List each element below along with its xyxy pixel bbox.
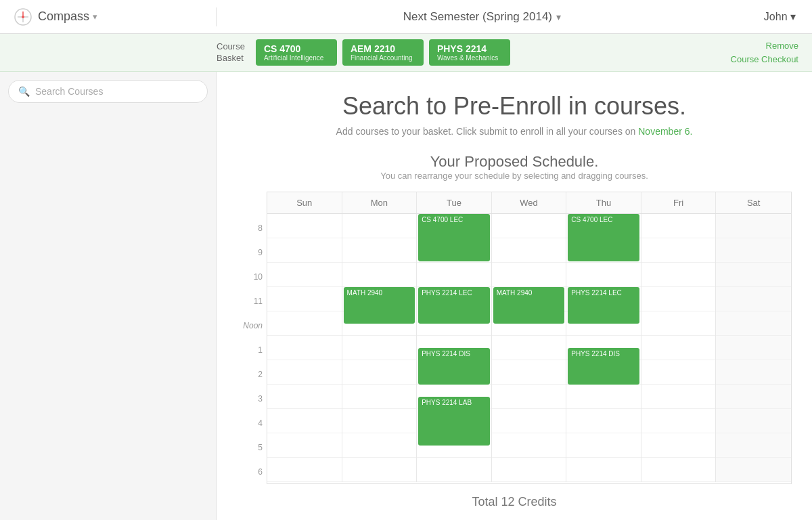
hero-subtitle: Add courses to your basket. Click submit… xyxy=(230,126,798,137)
calendar-header: Sun Mon Tue Wed Thu Fri Sat xyxy=(267,192,791,214)
col-thu: Thu xyxy=(566,192,641,213)
basket-course-aem2210[interactable]: AEM 2210 Financial Accounting xyxy=(342,39,424,66)
brand-area: Compass ▾ xyxy=(0,7,217,26)
hero-date: November 6. xyxy=(638,126,692,137)
basket-bar: CourseBasket CS 4700 Artificial Intellig… xyxy=(0,34,812,72)
course-phys2214-lec-thu[interactable]: PHYS 2214 LEC xyxy=(568,287,639,324)
time-11: 11 xyxy=(237,289,267,313)
calendar-wrapper: 8 9 10 11 Noon 1 2 3 4 5 6 Sun Mon Tue W… xyxy=(237,192,792,484)
schedule-hint: You can rearrange your schedule by selec… xyxy=(230,171,798,181)
basket-course-phys2214[interactable]: PHYS 2214 Waves & Mechanics xyxy=(429,39,510,66)
col-mon: Mon xyxy=(342,192,418,213)
user-name: John xyxy=(764,11,788,22)
search-box[interactable]: 🔍 Search Courses xyxy=(8,80,208,103)
search-placeholder: Search Courses xyxy=(35,86,103,97)
user-menu[interactable]: John ▾ xyxy=(748,10,812,23)
day-thu: CS 4700 LEC PHYS 2214 LEC PHYS 2214 DIS xyxy=(566,214,641,482)
course-code: CS 4700 xyxy=(264,43,329,54)
hero-title: Search to Pre-Enroll in courses. xyxy=(230,92,798,121)
total-credits: Total 12 Credits xyxy=(230,495,798,509)
col-sat: Sat xyxy=(716,192,791,213)
hero-section: Search to Pre-Enroll in courses. Add cou… xyxy=(230,92,798,137)
course-cs4700-lec-thu[interactable]: CS 4700 LEC xyxy=(568,214,639,261)
course-math2940-mon[interactable]: MATH 2940 xyxy=(344,287,415,324)
time-3: 3 xyxy=(237,387,267,411)
time-10: 10 xyxy=(237,265,267,289)
course-math2940-wed[interactable]: MATH 2940 xyxy=(493,287,565,324)
brand-chevron: ▾ xyxy=(93,12,97,22)
time-2: 2 xyxy=(237,362,267,387)
top-nav: Compass ▾ Next Semester (Spring 2014) ▾ … xyxy=(0,0,812,34)
course-phys2214-dis-tue[interactable]: PHYS 2214 DIS xyxy=(418,348,490,385)
checkout-label: Course Checkout xyxy=(731,54,798,64)
time-1: 1 xyxy=(237,338,267,362)
schedule-section: Your Proposed Schedule. You can rearrang… xyxy=(230,153,798,181)
main-content: 🔍 Search Courses Search to Pre-Enroll in… xyxy=(0,72,812,520)
time-noon: Noon xyxy=(237,313,267,338)
semester-label: Next Semester (Spring 2014) xyxy=(403,10,552,24)
course-sub: Waves & Mechanics xyxy=(437,54,502,62)
col-sun: Sun xyxy=(267,192,342,213)
semester-selector[interactable]: Next Semester (Spring 2014) ▾ xyxy=(217,10,748,24)
basket-courses: CS 4700 Artificial Intelligence AEM 2210… xyxy=(256,34,717,71)
time-9: 9 xyxy=(237,240,267,265)
course-sub: Artificial Intelligence xyxy=(264,54,329,62)
sidebar: 🔍 Search Courses xyxy=(0,72,217,520)
hero-subtitle-text: Add courses to your basket. Click submit… xyxy=(336,126,639,137)
time-6: 6 xyxy=(237,460,267,484)
schedule-area: Search to Pre-Enroll in courses. Add cou… xyxy=(217,72,812,520)
course-code: PHYS 2214 xyxy=(437,43,502,54)
schedule-title: Your Proposed Schedule. xyxy=(230,153,798,171)
basket-course-cs4700[interactable]: CS 4700 Artificial Intelligence xyxy=(256,39,337,66)
time-5: 5 xyxy=(237,435,267,460)
compass-icon xyxy=(14,7,32,26)
col-wed: Wed xyxy=(492,192,567,213)
col-tue: Tue xyxy=(417,192,492,213)
course-phys2214-lec-tue[interactable]: PHYS 2214 LEC xyxy=(418,287,490,324)
calendar-body: MATH 2940 CS 4700 LEC PHYS 2214 LEC xyxy=(267,214,791,482)
svg-point-1 xyxy=(22,16,24,18)
time-8: 8 xyxy=(237,216,267,240)
day-wed: MATH 2940 xyxy=(492,214,567,482)
day-sun xyxy=(267,214,342,482)
calendar-grid: Sun Mon Tue Wed Thu Fri Sat xyxy=(267,192,792,484)
day-tue: CS 4700 LEC PHYS 2214 LEC PHYS 2214 DIS … xyxy=(417,214,492,482)
semester-chevron: ▾ xyxy=(556,12,561,22)
course-cs4700-lec-tue[interactable]: CS 4700 LEC xyxy=(418,214,490,261)
course-phys2214-lab-tue[interactable]: PHYS 2214 LAB xyxy=(418,397,490,446)
col-fri: Fri xyxy=(641,192,717,213)
course-code: AEM 2210 xyxy=(351,43,415,54)
course-sub: Financial Accounting xyxy=(351,54,415,62)
day-sat xyxy=(716,214,791,482)
time-4: 4 xyxy=(237,411,267,435)
remove-checkout-button[interactable]: Remove Course Checkout xyxy=(731,39,798,66)
search-icon: 🔍 xyxy=(18,86,30,97)
brand-name: Compass xyxy=(38,9,89,24)
course-phys2214-dis-thu[interactable]: PHYS 2214 DIS xyxy=(568,348,639,385)
basket-label: CourseBasket xyxy=(217,41,256,64)
user-chevron: ▾ xyxy=(790,11,796,22)
time-column: 8 9 10 11 Noon 1 2 3 4 5 6 xyxy=(237,192,267,484)
basket-actions: Remove Course Checkout xyxy=(717,39,812,66)
remove-label: Remove xyxy=(766,41,798,51)
day-fri xyxy=(641,214,717,482)
day-mon: MATH 2940 xyxy=(342,214,418,482)
